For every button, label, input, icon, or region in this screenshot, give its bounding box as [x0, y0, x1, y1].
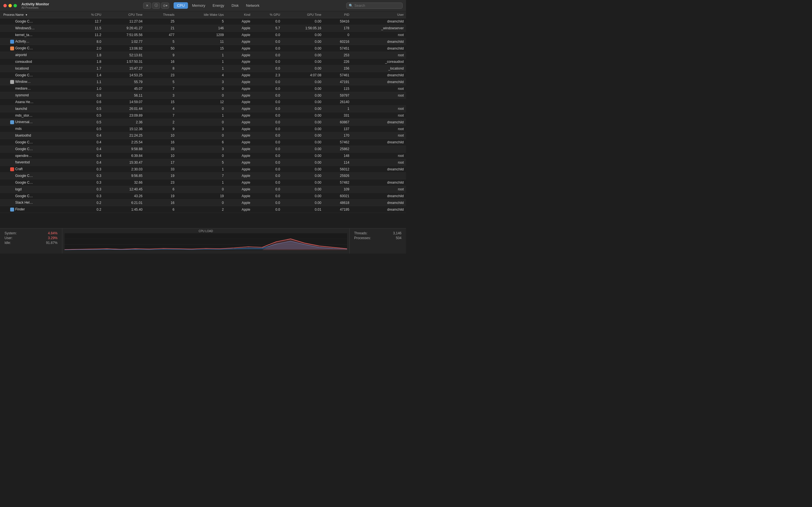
table-row[interactable]: locationd 1.7 15:47.27 8 1 Apple 0.0 0.0… [0, 65, 406, 72]
cell-idle: 1 [177, 65, 226, 72]
table-row[interactable]: mds 0.5 15:12.36 9 3 Apple 0.0 0.00 137 … [0, 126, 406, 132]
cell-cpu: 1.1 [74, 78, 104, 86]
cell-cpu: 0.3 [74, 186, 104, 193]
cell-user: dreamchild [352, 45, 406, 52]
table-row[interactable]: Universal… 0.5 2.36 2 0 Apple 0.0 0.00 6… [0, 119, 406, 126]
cell-kind: Apple [226, 112, 253, 119]
cell-kind: Apple [226, 38, 253, 45]
cell-kind: Apple [226, 65, 253, 72]
stop-button[interactable]: ✕ [143, 3, 151, 9]
cell-cpu: 0.2 [74, 206, 104, 213]
tab-memory[interactable]: Memory [189, 2, 209, 9]
cell-pid: 60021 [324, 193, 352, 200]
inspect-button[interactable]: ⊙▾ [161, 3, 169, 9]
table-row[interactable]: Finder 0.2 1:45.40 6 2 Apple 0.0 0.01 47… [0, 206, 406, 213]
col-gpu-pct[interactable]: % GPU [253, 11, 283, 18]
cell-threads: 5 [145, 38, 176, 45]
table-row[interactable]: Google C… 0.3 32.66 23 1 Apple 0.0 0.00 … [0, 179, 406, 186]
table-row[interactable]: sysmond 0.8 56.11 3 0 Apple 0.0 0.00 597… [0, 92, 406, 99]
table-row[interactable]: mds_stor… 0.5 23:09.89 7 1 Apple 0.0 0.0… [0, 112, 406, 119]
processes-value: 504 [396, 236, 402, 240]
table-row[interactable]: WindowsS… 11.5 9:26:41.27 21 146 Apple 5… [0, 25, 406, 32]
cell-pid: 114 [324, 159, 352, 166]
cell-gpu: 0.0 [253, 119, 283, 126]
cell-name: Activity… [0, 38, 74, 45]
tab-network[interactable]: Network [243, 2, 263, 9]
table-row[interactable]: Window… 1.1 55.79 5 3 Apple 0.0 0.00 471… [0, 78, 406, 86]
table-row[interactable]: mediare… 1.0 45.07 7 0 Apple 0.0 0.00 11… [0, 86, 406, 92]
cell-pid: 156 [324, 65, 352, 72]
cell-kind: Apple [226, 99, 253, 105]
table-row[interactable]: kernel_ta… 11.2 7:51:05.56 477 1209 Appl… [0, 32, 406, 38]
table-header: Process Name ▼ % CPU CPU Time Threads Id… [0, 11, 406, 18]
table-row[interactable]: Google C… 0.3 9:56.85 19 7 Apple 0.0 0.0… [0, 173, 406, 179]
idle-label: Idle: [4, 241, 11, 245]
cell-pid: 25862 [324, 146, 352, 152]
user-value: 3.29% [48, 236, 57, 240]
col-pid[interactable]: PID [324, 11, 352, 18]
cell-threads: 5 [145, 78, 176, 86]
cell-cpu-time: 14:53.25 [103, 72, 145, 78]
cell-gpu-time: 1:56:05.16 [283, 25, 324, 32]
cell-cpu: 8.0 [74, 38, 104, 45]
cell-idle: 5 [177, 159, 226, 166]
tab-energy[interactable]: Energy [209, 2, 227, 9]
cell-name: coreaudiod [0, 58, 74, 65]
table-row[interactable]: Google C… 2.0 13:06.92 50 15 Apple 0.0 0… [0, 45, 406, 52]
table-container[interactable]: Process Name ▼ % CPU CPU Time Threads Id… [0, 11, 406, 228]
cell-name: Google C… [0, 146, 74, 152]
close-button[interactable] [3, 4, 7, 7]
table-row[interactable]: Slack Hel… 0.2 6:21.01 16 0 Apple 0.0 0.… [0, 200, 406, 206]
table-row[interactable]: Asana He… 0.6 14:59.07 15 12 Apple 0.0 0… [0, 99, 406, 105]
table-row[interactable]: launchd 0.5 26:01.44 4 0 Apple 0.0 0.00 … [0, 105, 406, 112]
cell-gpu: 0.0 [253, 112, 283, 119]
cell-pid: 48618 [324, 200, 352, 206]
cell-gpu-time: 0.00 [283, 166, 324, 173]
col-process-name[interactable]: Process Name ▼ [0, 11, 74, 18]
search-box[interactable]: 🔍 [346, 3, 403, 9]
col-kind[interactable]: Kind [226, 11, 253, 18]
cell-gpu: 0.0 [253, 186, 283, 193]
search-input[interactable] [354, 4, 400, 8]
cell-gpu-time: 0.00 [283, 52, 324, 59]
cell-kind: Apple [226, 132, 253, 139]
cell-cpu: 0.5 [74, 126, 104, 132]
table-row[interactable]: fseventsd 0.4 15:30.47 17 5 Apple 0.0 0.… [0, 159, 406, 166]
col-threads[interactable]: Threads [145, 11, 176, 18]
cell-name: Window… [0, 78, 74, 86]
table-row[interactable]: logd 0.3 12:40.45 6 0 Apple 0.0 0.00 109… [0, 186, 406, 193]
table-row[interactable]: opendire… 0.4 6:39.84 10 0 Apple 0.0 0.0… [0, 152, 406, 159]
cell-kind: Apple [226, 86, 253, 92]
cell-pid: 331 [324, 112, 352, 119]
cell-user: root [352, 105, 406, 112]
col-cpu-pct[interactable]: % CPU [74, 11, 104, 18]
col-user[interactable]: User [352, 11, 406, 18]
table-row[interactable]: bluetoothd 0.4 21:24.25 10 0 Apple 0.0 0… [0, 132, 406, 139]
cell-cpu: 0.3 [74, 193, 104, 200]
table-row[interactable]: airportd 1.8 52:13.81 9 1 Apple 0.0 0.00… [0, 52, 406, 59]
col-idle-wake-ups[interactable]: Idle Wake Ups [177, 11, 226, 18]
maximize-button[interactable] [13, 4, 17, 7]
minimize-button[interactable] [8, 4, 12, 7]
cell-pid: 0 [324, 32, 352, 38]
table-row[interactable]: Google C… 1.4 14:53.25 23 4 Apple 2.3 4:… [0, 72, 406, 78]
cell-pid: 57461 [324, 72, 352, 78]
col-cpu-time[interactable]: CPU Time [103, 11, 145, 18]
tab-disk[interactable]: Disk [228, 2, 242, 9]
cell-idle: 2 [177, 206, 226, 213]
cell-gpu-time: 0.00 [283, 86, 324, 92]
cell-idle: 1209 [177, 32, 226, 38]
tab-cpu[interactable]: CPU [174, 2, 188, 9]
table-row[interactable]: Google C… 0.4 9:58.88 33 3 Apple 0.0 0.0… [0, 146, 406, 152]
cell-kind: Apple [226, 173, 253, 179]
table-row[interactable]: Google C… 0.3 43.26 19 19 Apple 0.0 0.00… [0, 193, 406, 200]
table-row[interactable]: Google C… 12.7 11:27.04 25 5 Apple 0.0 0… [0, 18, 406, 25]
table-row[interactable]: Craft 0.3 2:30.03 33 1 Apple 0.0 0.00 56… [0, 166, 406, 173]
table-row[interactable]: coreaudiod 1.8 1:57:50.31 16 1 Apple 0.0… [0, 58, 406, 65]
table-row[interactable]: Google C… 0.4 2:25.54 16 6 Apple 0.0 0.0… [0, 139, 406, 146]
col-gpu-time[interactable]: GPU Time [283, 11, 324, 18]
cell-threads: 4 [145, 105, 176, 112]
search-icon: 🔍 [349, 4, 353, 8]
info-button[interactable]: ⓘ [152, 3, 160, 9]
table-row[interactable]: Activity… 8.0 1:02.77 5 11 Apple 0.0 0.0… [0, 38, 406, 45]
